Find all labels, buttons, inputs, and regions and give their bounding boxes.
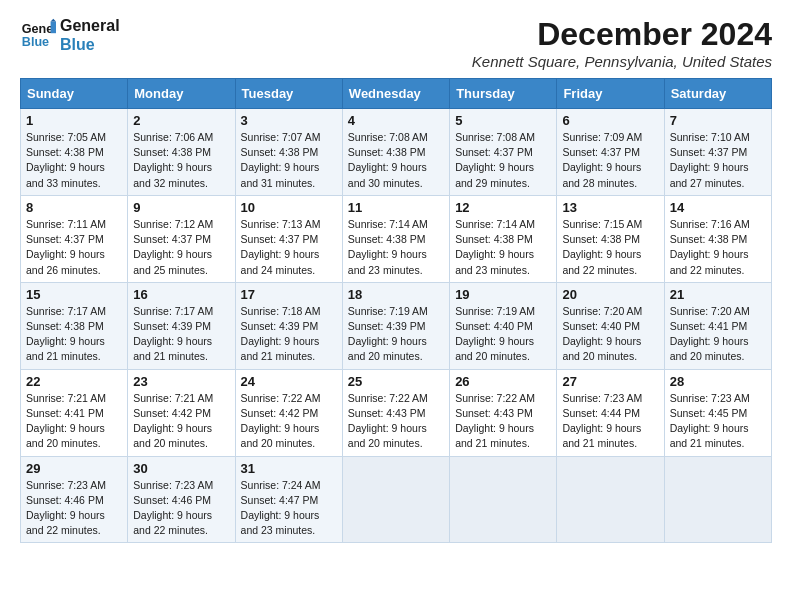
day-info: Sunrise: 7:08 AMSunset: 4:37 PMDaylight:… [455,130,551,191]
day-cell-9: 9Sunrise: 7:12 AMSunset: 4:37 PMDaylight… [128,195,235,282]
day-number: 15 [26,287,122,302]
day-cell-20: 20Sunrise: 7:20 AMSunset: 4:40 PMDayligh… [557,282,664,369]
day-cell-21: 21Sunrise: 7:20 AMSunset: 4:41 PMDayligh… [664,282,771,369]
day-cell-16: 16Sunrise: 7:17 AMSunset: 4:39 PMDayligh… [128,282,235,369]
week-row-4: 29Sunrise: 7:23 AMSunset: 4:46 PMDayligh… [21,456,772,543]
empty-cell [557,456,664,543]
header-friday: Friday [557,79,664,109]
day-info: Sunrise: 7:23 AMSunset: 4:46 PMDaylight:… [26,478,122,539]
empty-cell [450,456,557,543]
day-info: Sunrise: 7:23 AMSunset: 4:45 PMDaylight:… [670,391,766,452]
day-info: Sunrise: 7:22 AMSunset: 4:43 PMDaylight:… [455,391,551,452]
month-title: December 2024 [472,16,772,53]
day-number: 31 [241,461,337,476]
day-info: Sunrise: 7:15 AMSunset: 4:38 PMDaylight:… [562,217,658,278]
week-row-0: 1Sunrise: 7:05 AMSunset: 4:38 PMDaylight… [21,109,772,196]
day-info: Sunrise: 7:13 AMSunset: 4:37 PMDaylight:… [241,217,337,278]
day-info: Sunrise: 7:10 AMSunset: 4:37 PMDaylight:… [670,130,766,191]
day-info: Sunrise: 7:21 AMSunset: 4:42 PMDaylight:… [133,391,229,452]
day-number: 26 [455,374,551,389]
day-info: Sunrise: 7:20 AMSunset: 4:40 PMDaylight:… [562,304,658,365]
day-number: 6 [562,113,658,128]
day-info: Sunrise: 7:16 AMSunset: 4:38 PMDaylight:… [670,217,766,278]
page-header: General Blue General Blue December 2024 … [20,16,772,70]
day-info: Sunrise: 7:22 AMSunset: 4:43 PMDaylight:… [348,391,444,452]
day-info: Sunrise: 7:23 AMSunset: 4:44 PMDaylight:… [562,391,658,452]
day-number: 16 [133,287,229,302]
day-cell-3: 3Sunrise: 7:07 AMSunset: 4:38 PMDaylight… [235,109,342,196]
day-info: Sunrise: 7:17 AMSunset: 4:39 PMDaylight:… [133,304,229,365]
day-cell-10: 10Sunrise: 7:13 AMSunset: 4:37 PMDayligh… [235,195,342,282]
header-wednesday: Wednesday [342,79,449,109]
logo-line2: Blue [60,35,120,54]
day-info: Sunrise: 7:18 AMSunset: 4:39 PMDaylight:… [241,304,337,365]
svg-text:Blue: Blue [22,35,49,49]
day-info: Sunrise: 7:14 AMSunset: 4:38 PMDaylight:… [348,217,444,278]
day-cell-23: 23Sunrise: 7:21 AMSunset: 4:42 PMDayligh… [128,369,235,456]
logo: General Blue General Blue [20,16,120,54]
day-number: 9 [133,200,229,215]
day-cell-28: 28Sunrise: 7:23 AMSunset: 4:45 PMDayligh… [664,369,771,456]
day-cell-7: 7Sunrise: 7:10 AMSunset: 4:37 PMDaylight… [664,109,771,196]
day-number: 5 [455,113,551,128]
week-row-3: 22Sunrise: 7:21 AMSunset: 4:41 PMDayligh… [21,369,772,456]
day-number: 13 [562,200,658,215]
header-tuesday: Tuesday [235,79,342,109]
day-number: 18 [348,287,444,302]
day-cell-26: 26Sunrise: 7:22 AMSunset: 4:43 PMDayligh… [450,369,557,456]
day-cell-2: 2Sunrise: 7:06 AMSunset: 4:38 PMDaylight… [128,109,235,196]
logo-icon: General Blue [20,17,56,53]
day-cell-27: 27Sunrise: 7:23 AMSunset: 4:44 PMDayligh… [557,369,664,456]
day-info: Sunrise: 7:22 AMSunset: 4:42 PMDaylight:… [241,391,337,452]
day-info: Sunrise: 7:06 AMSunset: 4:38 PMDaylight:… [133,130,229,191]
svg-marker-3 [51,19,56,22]
calendar-table: SundayMondayTuesdayWednesdayThursdayFrid… [20,78,772,543]
day-info: Sunrise: 7:23 AMSunset: 4:46 PMDaylight:… [133,478,229,539]
svg-marker-2 [51,22,56,34]
day-number: 23 [133,374,229,389]
day-info: Sunrise: 7:11 AMSunset: 4:37 PMDaylight:… [26,217,122,278]
week-row-1: 8Sunrise: 7:11 AMSunset: 4:37 PMDaylight… [21,195,772,282]
day-info: Sunrise: 7:14 AMSunset: 4:38 PMDaylight:… [455,217,551,278]
day-info: Sunrise: 7:12 AMSunset: 4:37 PMDaylight:… [133,217,229,278]
day-cell-19: 19Sunrise: 7:19 AMSunset: 4:40 PMDayligh… [450,282,557,369]
day-number: 21 [670,287,766,302]
empty-cell [342,456,449,543]
day-info: Sunrise: 7:17 AMSunset: 4:38 PMDaylight:… [26,304,122,365]
day-number: 10 [241,200,337,215]
day-cell-25: 25Sunrise: 7:22 AMSunset: 4:43 PMDayligh… [342,369,449,456]
calendar-header-row: SundayMondayTuesdayWednesdayThursdayFrid… [21,79,772,109]
day-info: Sunrise: 7:20 AMSunset: 4:41 PMDaylight:… [670,304,766,365]
day-number: 25 [348,374,444,389]
header-sunday: Sunday [21,79,128,109]
day-cell-18: 18Sunrise: 7:19 AMSunset: 4:39 PMDayligh… [342,282,449,369]
day-number: 27 [562,374,658,389]
day-number: 12 [455,200,551,215]
header-monday: Monday [128,79,235,109]
day-number: 14 [670,200,766,215]
day-cell-13: 13Sunrise: 7:15 AMSunset: 4:38 PMDayligh… [557,195,664,282]
day-number: 30 [133,461,229,476]
day-cell-4: 4Sunrise: 7:08 AMSunset: 4:38 PMDaylight… [342,109,449,196]
day-cell-17: 17Sunrise: 7:18 AMSunset: 4:39 PMDayligh… [235,282,342,369]
day-cell-15: 15Sunrise: 7:17 AMSunset: 4:38 PMDayligh… [21,282,128,369]
day-info: Sunrise: 7:19 AMSunset: 4:39 PMDaylight:… [348,304,444,365]
day-number: 17 [241,287,337,302]
day-number: 20 [562,287,658,302]
day-info: Sunrise: 7:21 AMSunset: 4:41 PMDaylight:… [26,391,122,452]
day-info: Sunrise: 7:08 AMSunset: 4:38 PMDaylight:… [348,130,444,191]
day-info: Sunrise: 7:09 AMSunset: 4:37 PMDaylight:… [562,130,658,191]
day-number: 2 [133,113,229,128]
day-info: Sunrise: 7:07 AMSunset: 4:38 PMDaylight:… [241,130,337,191]
day-cell-29: 29Sunrise: 7:23 AMSunset: 4:46 PMDayligh… [21,456,128,543]
day-number: 24 [241,374,337,389]
header-thursday: Thursday [450,79,557,109]
day-number: 3 [241,113,337,128]
day-number: 7 [670,113,766,128]
location: Kennett Square, Pennsylvania, United Sta… [472,53,772,70]
day-info: Sunrise: 7:24 AMSunset: 4:47 PMDaylight:… [241,478,337,539]
day-number: 11 [348,200,444,215]
day-number: 29 [26,461,122,476]
day-number: 22 [26,374,122,389]
day-number: 28 [670,374,766,389]
